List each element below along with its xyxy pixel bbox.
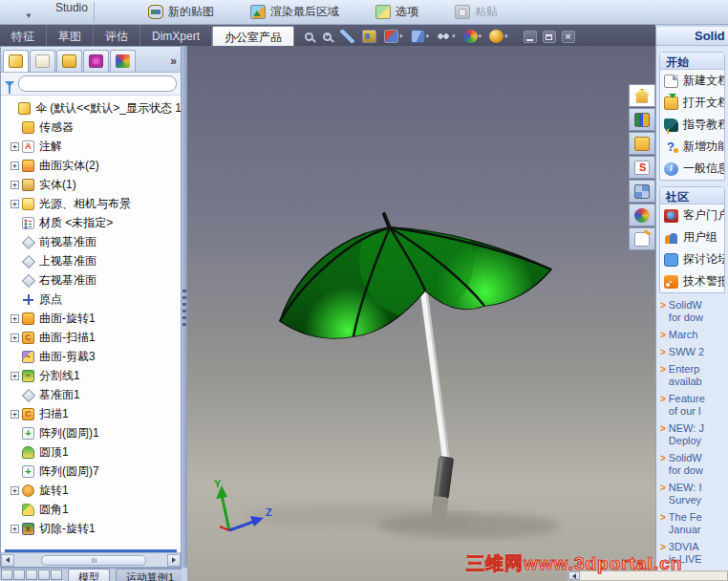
- task-pane-link[interactable]: 用户组: [660, 226, 724, 248]
- previous-view-icon[interactable]: [338, 29, 356, 44]
- study-nav-button[interactable]: [13, 570, 25, 580]
- expand-icon[interactable]: +: [11, 161, 19, 170]
- tree-item[interactable]: +材质 <未指定>: [3, 213, 181, 232]
- news-link[interactable]: >NEW: JDeploy: [660, 422, 726, 447]
- news-link[interactable]: >The FeJanuar: [660, 511, 726, 536]
- tree-item[interactable]: +原点: [3, 290, 181, 309]
- propertymanager-tab[interactable]: [30, 50, 55, 72]
- zoom-to-fit-icon[interactable]: [302, 31, 316, 43]
- study-nav-button[interactable]: [51, 570, 62, 580]
- task-pane-link[interactable]: 探讨论坛: [660, 248, 724, 270]
- news-link[interactable]: >SolidWfor dow: [660, 452, 726, 477]
- tree-root-item[interactable]: 伞 (默认<<默认>_显示状态 1>: [3, 98, 181, 118]
- tab-特征[interactable]: 特征: [0, 25, 47, 48]
- custom-properties-tab[interactable]: [629, 227, 655, 250]
- graphics-viewport[interactable]: Y Z: [187, 46, 657, 581]
- apply-scene-icon[interactable]: ▾: [487, 29, 510, 44]
- news-link[interactable]: >Enterpavailab: [660, 363, 726, 388]
- tree-item[interactable]: +基准面1: [3, 385, 181, 404]
- tree-item[interactable]: +圆角1: [3, 500, 181, 519]
- news-link[interactable]: >Featureof our l: [660, 393, 726, 418]
- file-explorer-tab[interactable]: [629, 132, 655, 155]
- expand-icon[interactable]: +: [11, 334, 19, 342]
- chevron-down-icon[interactable]: ▾: [479, 32, 482, 40]
- scroll-left-icon[interactable]: [1, 554, 14, 567]
- tree-item[interactable]: +右视基准面: [3, 270, 181, 290]
- tree-item[interactable]: +曲面实体(2): [3, 156, 181, 175]
- tree-item[interactable]: +C扫描1: [3, 404, 181, 423]
- tree-item[interactable]: +圆顶1: [3, 442, 181, 462]
- chevron-down-icon[interactable]: ▾: [426, 32, 430, 40]
- displaymanager-tab[interactable]: [110, 50, 136, 72]
- scroll-right-icon[interactable]: [167, 554, 181, 567]
- study-nav-button[interactable]: [1, 570, 12, 580]
- expand-icon[interactable]: +: [11, 486, 19, 495]
- expand-icon[interactable]: +: [11, 525, 19, 533]
- tab-草图[interactable]: 草图: [47, 25, 94, 48]
- tree-item[interactable]: +~曲面-剪裁3: [3, 347, 181, 366]
- tab-motion-study[interactable]: 运动算例1: [116, 569, 182, 581]
- study-nav-button[interactable]: [26, 570, 37, 580]
- display-style-icon[interactable]: ▾: [409, 29, 432, 44]
- restore-button[interactable]: [543, 31, 556, 43]
- tree-horizontal-scrollbar[interactable]: [1, 552, 181, 567]
- solidworks-resources-tab[interactable]: [629, 84, 655, 107]
- chevron-down-icon[interactable]: ▾: [399, 32, 403, 40]
- overflow-chevron-icon[interactable]: »: [170, 54, 177, 68]
- expand-icon[interactable]: +: [11, 410, 19, 419]
- news-link[interactable]: >SWW 2: [660, 346, 726, 358]
- panel-splitter[interactable]: [182, 46, 187, 568]
- tree-item[interactable]: +x切除-旋转1: [3, 519, 181, 538]
- tree-item[interactable]: +旋转1: [3, 481, 181, 500]
- configurationmanager-tab[interactable]: [56, 50, 82, 72]
- expand-icon[interactable]: +: [11, 200, 19, 208]
- view-palette-tab[interactable]: [629, 180, 655, 203]
- expand-icon[interactable]: +: [11, 372, 19, 380]
- tree-item[interactable]: +前视基准面: [3, 232, 181, 251]
- tree-item[interactable]: +~分割线1: [3, 366, 181, 385]
- tree-item[interactable]: +实体(1): [3, 175, 181, 194]
- tab-评估[interactable]: 评估: [94, 25, 140, 48]
- scrollbar-thumb[interactable]: [41, 555, 146, 566]
- toolbar-button-render-last-area[interactable]: 渲染最后区域: [245, 2, 345, 22]
- tree-item[interactable]: +A注解: [3, 137, 181, 156]
- expand-icon[interactable]: +: [11, 181, 19, 189]
- tree-item[interactable]: +光源、相机与布景: [3, 194, 181, 213]
- task-pane-link[interactable]: 新增功能: [660, 136, 724, 158]
- toolbar-button-new-decal[interactable]: 新的贴图: [142, 2, 220, 22]
- study-nav-button[interactable]: [38, 570, 50, 580]
- close-button[interactable]: ×: [562, 31, 575, 43]
- toolbar-button-render-options[interactable]: 选项: [370, 2, 424, 22]
- design-library-tab[interactable]: [629, 108, 655, 131]
- news-link[interactable]: >March: [660, 329, 726, 341]
- chevron-down-icon[interactable]: ▾: [452, 32, 456, 40]
- tree-item[interactable]: +C曲面-扫描1: [3, 328, 181, 347]
- featuremanager-tab[interactable]: [3, 50, 29, 72]
- search-tab[interactable]: [629, 156, 655, 179]
- section-view-icon[interactable]: [360, 29, 378, 44]
- task-pane-link[interactable]: 一般信息: [660, 158, 724, 180]
- tree-item[interactable]: +曲面-旋转1: [3, 309, 181, 328]
- tab-model[interactable]: 模型: [68, 569, 110, 581]
- chevron-down-icon[interactable]: ▼: [25, 11, 32, 20]
- tree-item[interactable]: ++阵列(圆周)7: [3, 462, 181, 481]
- chevron-down-icon[interactable]: ▾: [504, 32, 508, 40]
- view-orientation-icon[interactable]: ▾: [382, 29, 405, 44]
- tree-item[interactable]: ++阵列(圆周)1: [3, 423, 181, 442]
- tree-item[interactable]: +传感器: [3, 118, 181, 137]
- tab-办公室产品[interactable]: 办公室产品: [212, 26, 294, 48]
- zoom-to-area-icon[interactable]: [320, 31, 334, 43]
- tab-DimXpert[interactable]: DimXpert: [140, 25, 212, 48]
- dimxpertmanager-tab[interactable]: [83, 50, 109, 72]
- task-pane-link[interactable]: 指导教程: [660, 114, 724, 136]
- task-pane-link[interactable]: 打开文档: [660, 92, 724, 114]
- task-pane-link[interactable]: 新建文档: [660, 70, 724, 92]
- edit-appearance-icon[interactable]: ▾: [461, 29, 484, 44]
- expand-icon[interactable]: +: [11, 314, 19, 323]
- news-link[interactable]: >NEW: ISurvey: [660, 482, 726, 506]
- news-link[interactable]: >SolidWfor dow: [660, 299, 726, 324]
- appearances-scenes-tab[interactable]: [629, 204, 655, 226]
- feature-filter-input[interactable]: [18, 75, 177, 92]
- task-pane-link[interactable]: 客户门户: [660, 204, 724, 226]
- expand-icon[interactable]: +: [11, 142, 19, 151]
